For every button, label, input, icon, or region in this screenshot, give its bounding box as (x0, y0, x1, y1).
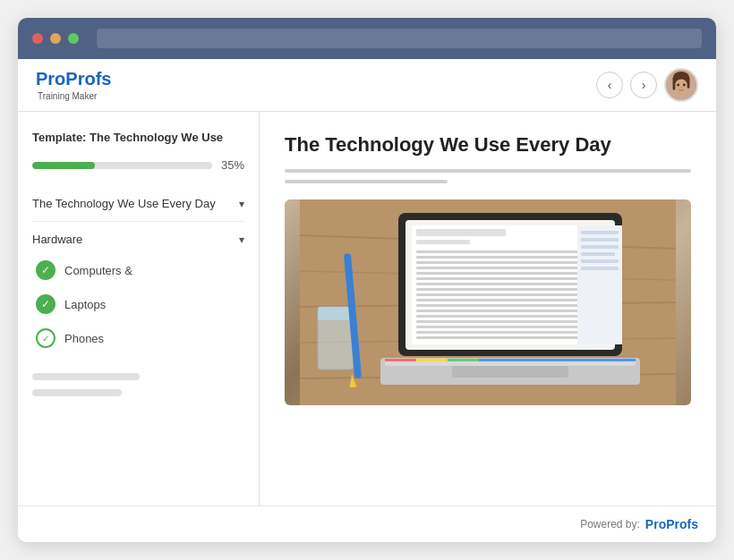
content-line-short (285, 180, 448, 183)
svg-point-3 (674, 79, 687, 94)
svg-rect-27 (416, 267, 591, 269)
svg-rect-44 (581, 245, 619, 249)
logo: ProProfs Training Maker (36, 69, 111, 101)
svg-rect-29 (416, 277, 577, 280)
svg-rect-36 (416, 315, 595, 318)
sidebar-item-phones[interactable]: ✓ Phones (32, 321, 244, 355)
sidebar-item-laptops-label: Laptops (64, 298, 106, 311)
svg-rect-41 (577, 225, 622, 344)
browser-body: Template: The Technology We Use 35% The … (18, 112, 716, 505)
progress-bar-container: 35% (32, 158, 244, 172)
svg-rect-45 (581, 252, 615, 256)
placeholder-line-2 (32, 389, 122, 396)
svg-rect-39 (416, 331, 600, 334)
powered-by-text: Powered by: (580, 518, 640, 530)
chevron-down-icon-2: ▾ (239, 233, 244, 246)
browser-footer: Powered by: ProProfs (18, 505, 716, 542)
svg-rect-38 (416, 326, 577, 328)
svg-point-6 (680, 87, 682, 89)
svg-rect-16 (318, 307, 354, 320)
logo-pro: Pro (36, 69, 65, 89)
svg-rect-42 (581, 231, 619, 234)
window-close-dot[interactable] (32, 33, 43, 44)
check-complete-icon: ✓ (36, 260, 55, 280)
svg-rect-55 (448, 359, 479, 361)
browser-window: ProProfs Training Maker ‹ › (18, 18, 716, 542)
svg-rect-8 (687, 81, 690, 89)
svg-rect-47 (581, 267, 619, 270)
sidebar-section-technology-header[interactable]: The Technology We Use Every Day ▾ (32, 190, 244, 217)
svg-rect-43 (581, 238, 619, 242)
sidebar: Template: The Technology We Use 35% The … (18, 112, 260, 505)
svg-rect-54 (416, 359, 448, 361)
svg-rect-53 (385, 359, 416, 361)
app-header: ProProfs Training Maker ‹ › (18, 59, 716, 112)
window-minimize-dot[interactable] (50, 33, 61, 44)
sidebar-item-computers-label: Computers & (64, 264, 132, 277)
sidebar-template-label: Template: The Technology We Use (32, 130, 244, 146)
header-navigation: ‹ › (596, 68, 698, 102)
content-title: The Technology We Use Every Day (285, 133, 691, 157)
sidebar-item-laptops[interactable]: ✓ Laptops (32, 287, 244, 321)
svg-rect-26 (416, 261, 604, 264)
content-line-long (285, 169, 691, 173)
content-image (285, 199, 691, 405)
main-content: The Technology We Use Every Day (260, 112, 716, 505)
svg-rect-34 (416, 304, 604, 307)
svg-rect-33 (416, 299, 586, 301)
svg-rect-46 (581, 259, 619, 263)
logo-subtitle: Training Maker (38, 91, 111, 101)
sidebar-section-hardware-header[interactable]: Hardware ▾ (32, 225, 244, 253)
svg-rect-30 (416, 283, 604, 285)
window-maximize-dot[interactable] (68, 33, 79, 44)
footer-logo: ProProfs (645, 517, 698, 531)
progress-bar-background (32, 162, 212, 169)
svg-point-4 (677, 84, 679, 87)
sidebar-item-phones-label: Phones (64, 332, 104, 345)
sidebar-item-computers[interactable]: ✓ Computers & (32, 253, 244, 287)
chevron-down-icon: ▾ (239, 198, 244, 210)
svg-rect-31 (416, 288, 595, 291)
svg-rect-56 (479, 359, 636, 361)
svg-rect-24 (416, 250, 604, 253)
browser-titlebar (18, 18, 716, 59)
footer-logo-pro: Pro (645, 517, 666, 531)
svg-rect-35 (416, 310, 591, 312)
user-avatar[interactable] (664, 68, 698, 102)
progress-bar-fill (32, 162, 95, 169)
progress-percent: 35% (221, 158, 244, 172)
address-bar[interactable] (97, 29, 702, 48)
svg-rect-50 (452, 365, 568, 378)
sidebar-section-hardware: Hardware ▾ ✓ Computers & ✓ Laptops ✓ Pho… (32, 225, 244, 355)
svg-rect-37 (416, 320, 604, 323)
divider (32, 221, 244, 222)
svg-rect-25 (416, 256, 595, 259)
sidebar-section-technology-title: The Technology We Use Every Day (32, 197, 216, 210)
footer-logo-profs: Profs (666, 517, 698, 531)
sidebar-section-technology: The Technology We Use Every Day ▾ (32, 190, 244, 222)
logo-profs: Profs (65, 69, 111, 89)
sidebar-section-hardware-title: Hardware (32, 233, 82, 246)
sidebar-placeholder-lines (32, 373, 244, 396)
check-complete-icon-2: ✓ (36, 294, 55, 314)
svg-rect-28 (416, 272, 604, 275)
svg-rect-32 (416, 293, 600, 296)
svg-rect-40 (416, 336, 591, 339)
back-button[interactable]: ‹ (596, 72, 623, 98)
forward-button[interactable]: › (630, 72, 657, 98)
svg-rect-22 (416, 229, 506, 236)
check-partial-icon: ✓ (36, 328, 55, 348)
svg-point-5 (683, 84, 686, 87)
placeholder-line-1 (32, 373, 140, 380)
svg-rect-7 (673, 81, 676, 89)
svg-rect-23 (416, 240, 470, 244)
